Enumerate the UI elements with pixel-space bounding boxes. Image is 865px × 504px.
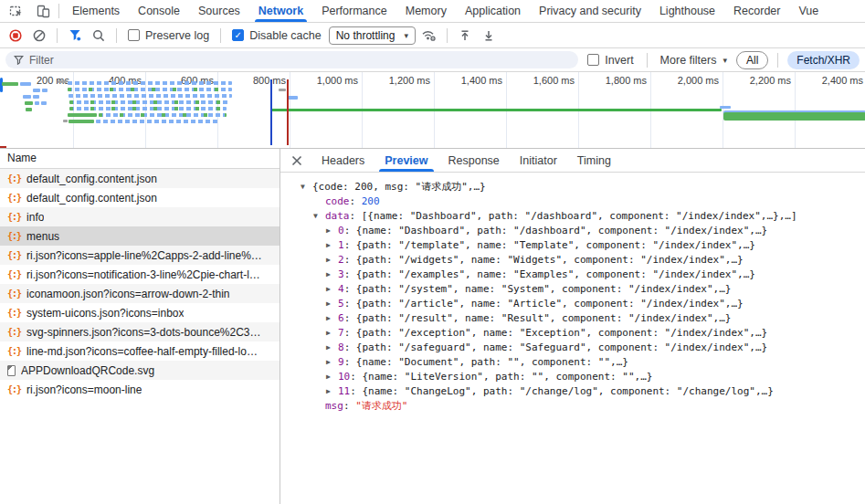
json-file-icon [7, 250, 21, 260]
disable-cache-checkbox[interactable]: ✓ [232, 29, 244, 41]
waterfall-bar [270, 109, 722, 111]
inspect-element-icon[interactable] [5, 1, 26, 21]
waterfall-bar [20, 82, 31, 86]
detail-tab-timing[interactable]: Timing [567, 149, 621, 172]
detail-tab-initiator[interactable]: Initiator [510, 149, 567, 172]
tab-memory[interactable]: Memory [396, 0, 456, 22]
tab-console[interactable]: Console [129, 0, 189, 22]
disable-cache-toggle[interactable]: ✓ Disable cache [228, 29, 325, 42]
preview-tree-line[interactable]: msg: "请求成功" [291, 399, 865, 414]
preview-tree-line[interactable]: ▶4: {path: "/system", name: "System", co… [291, 282, 865, 297]
request-row[interactable]: ri.json?icons=apple-line%2Capps-2-add-li… [0, 246, 280, 265]
request-row[interactable]: system-uicons.json?icons=inbox [0, 303, 280, 322]
filter-placeholder: Filter [29, 54, 54, 67]
request-row[interactable]: info [0, 207, 280, 226]
disclosure-triangle-icon[interactable]: ▶ [326, 224, 338, 238]
clear-network-log-icon[interactable] [29, 26, 49, 46]
preview-tree-line[interactable]: ▶11: {name: "ChangeLog", path: "/change/… [291, 384, 865, 399]
token-str: "请求成功" [355, 400, 407, 412]
preserve-log-toggle[interactable]: Preserve log [124, 29, 213, 42]
import-har-icon[interactable] [455, 26, 475, 46]
disclosure-triangle-icon[interactable]: ▶ [326, 297, 338, 311]
json-preview-tree: ▼{code: 200, msg: "请求成功",…}code: 200▼dat… [280, 173, 865, 504]
waterfall-bar [68, 88, 232, 91]
request-name: ri.json?icons=moon-line [26, 383, 142, 396]
request-row[interactable]: ri.json?icons=moon-line [0, 380, 280, 399]
invert-checkbox[interactable] [587, 54, 599, 66]
preview-tree-line[interactable]: ▶2: {path: "/widgets", name: "Widgets", … [291, 253, 865, 268]
close-detail-button[interactable] [280, 149, 311, 172]
disclosure-triangle-icon[interactable]: ▶ [326, 384, 338, 399]
preview-tree-line[interactable]: ▶5: {path: "/article", name: "Article", … [291, 297, 865, 311]
throttling-select[interactable]: No throttling ▾ [329, 26, 416, 45]
load-event-line [287, 79, 289, 145]
preview-tree-line[interactable]: ▶10: {name: "LiteVersion", path: "", com… [291, 370, 865, 384]
disclosure-triangle-icon[interactable]: ▼ [313, 209, 325, 224]
disclosure-triangle-icon[interactable]: ▶ [326, 326, 338, 341]
preview-tree-line[interactable]: ▶6: {path: "/result", name: "Result", co… [291, 311, 865, 326]
disclosure-triangle-icon[interactable]: ▶ [326, 341, 338, 355]
tab-elements[interactable]: Elements [63, 0, 129, 22]
request-row[interactable]: ri.json?icons=notification-3-line%2Cpie-… [0, 265, 280, 284]
filter-pill-fetch-xhr[interactable]: Fetch/XHR [787, 51, 860, 69]
request-row[interactable]: iconamoon.json?icons=arrow-down-2-thin [0, 284, 280, 303]
disclosure-triangle-icon[interactable]: ▶ [326, 238, 338, 253]
disclosure-triangle-icon[interactable]: ▶ [326, 268, 338, 282]
preview-tree-line[interactable]: ▶3: {path: "/examples", name: "Examples"… [291, 268, 865, 282]
name-column-header[interactable]: Name [0, 149, 280, 169]
network-overview-timeline[interactable]: 200 ms400 ms600 ms800 ms1,000 ms1,200 ms… [0, 72, 865, 149]
waterfall-bar [2, 82, 18, 86]
preview-tree-line[interactable]: ▶0: {name: "Dashboard", path: "/dashboar… [291, 224, 865, 238]
request-row[interactable]: APPDownloadQRCode.svg [0, 361, 280, 380]
json-file-icon [7, 173, 21, 184]
request-name: system-uicons.json?icons=inbox [26, 307, 184, 320]
waterfall-bar [42, 89, 47, 92]
detail-tab-preview[interactable]: Preview [374, 149, 438, 172]
token-plain: : {path: "/template", name: "Template", … [344, 239, 755, 251]
request-row[interactable]: default_config.content.json [0, 169, 280, 188]
preview-tree-line[interactable]: ▶7: {path: "/exception", name: "Exceptio… [291, 326, 865, 341]
tab-sources[interactable]: Sources [189, 0, 249, 22]
filter-funnel-icon[interactable] [65, 26, 85, 46]
preview-tree-line[interactable]: code: 200 [291, 194, 865, 209]
tab-application[interactable]: Application [456, 0, 530, 22]
tab-lighthouse[interactable]: Lighthouse [650, 0, 724, 22]
detail-tab-response[interactable]: Response [438, 149, 510, 172]
disclosure-triangle-icon[interactable]: ▼ [301, 180, 312, 194]
device-toolbar-icon[interactable] [33, 1, 53, 21]
filter-pill-all[interactable]: All [736, 51, 768, 69]
json-file-icon [7, 193, 21, 203]
preserve-log-checkbox[interactable] [128, 29, 140, 41]
request-row[interactable]: menus [0, 226, 280, 246]
disclosure-triangle-icon[interactable]: ▶ [326, 355, 338, 370]
disclosure-triangle-icon[interactable]: ▶ [326, 282, 338, 297]
detail-tab-headers[interactable]: Headers [311, 149, 374, 172]
token-key: data [325, 210, 350, 222]
request-row[interactable]: svg-spinners.json?icons=3-dots-bounce%2C… [0, 322, 280, 341]
more-filters-button[interactable]: More filters ▾ [657, 54, 731, 67]
preview-tree-line[interactable]: ▶9: {name: "Document", path: "", compone… [291, 355, 865, 370]
token-plain: : {name: "LiteVersion", path: "", compon… [350, 371, 652, 383]
filter-input[interactable]: Filter [5, 51, 578, 68]
token-plain: : [{name: "Dashboard", path: "/dashboard… [350, 210, 797, 222]
export-har-icon[interactable] [479, 26, 499, 46]
tab-network[interactable]: Network [249, 0, 312, 22]
disclosure-triangle-icon[interactable]: ▶ [326, 253, 338, 268]
disclosure-triangle-icon[interactable]: ▶ [326, 311, 338, 326]
tab-privacy-and-security[interactable]: Privacy and security [530, 0, 650, 22]
preview-tree-line[interactable]: ▼data: [{name: "Dashboard", path: "/dash… [291, 209, 865, 224]
request-row[interactable]: default_config.content.json [0, 188, 280, 207]
preview-tree-line[interactable]: ▼{code: 200, msg: "请求成功",…} [291, 180, 865, 194]
disclosure-triangle-icon[interactable]: ▶ [326, 370, 338, 384]
tab-vue[interactable]: Vue [790, 0, 828, 22]
search-icon[interactable] [89, 26, 109, 46]
request-row[interactable]: line-md.json?icons=coffee-half-empty-fil… [0, 341, 280, 361]
preview-tree-line[interactable]: ▶8: {path: "/safeguard", name: "Safeguar… [291, 341, 865, 355]
invert-toggle[interactable]: Invert [584, 54, 637, 67]
tab-performance[interactable]: Performance [312, 0, 396, 22]
tab-recorder[interactable]: Recorder [724, 0, 789, 22]
record-network-log-icon[interactable] [5, 26, 26, 46]
preview-tree-line[interactable]: ▶1: {path: "/template", name: "Template"… [291, 238, 865, 253]
json-file-icon [7, 289, 21, 299]
network-conditions-icon[interactable] [419, 26, 439, 46]
